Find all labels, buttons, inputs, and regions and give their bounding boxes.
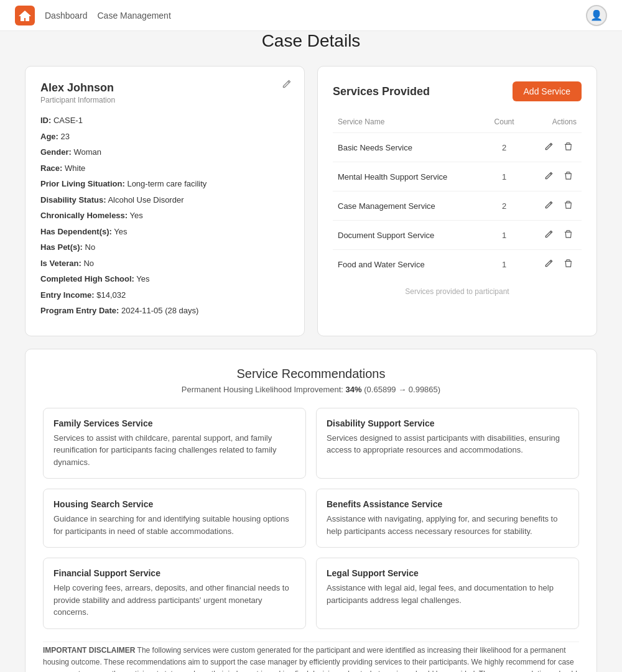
recommendation-description: Services designed to assist participants…: [327, 432, 569, 456]
svg-rect-1: [565, 144, 572, 145]
recommendation-description: Services to assist with childcare, paren…: [53, 432, 295, 469]
trash-icon: [564, 229, 573, 239]
edit-service-button[interactable]: [541, 227, 557, 243]
pencil-icon: [544, 142, 554, 151]
field-value: White: [65, 163, 85, 173]
service-name: Food and Water Service: [333, 250, 485, 279]
participant-subtitle: Participant Information: [40, 96, 289, 104]
delete-service-button[interactable]: [560, 139, 577, 155]
recommendation-item: Family Services Service Services to assi…: [43, 408, 306, 479]
svg-rect-4: [565, 232, 572, 232]
service-count: 1: [485, 162, 523, 191]
delete-service-button[interactable]: [560, 227, 577, 243]
recommendation-description: Assistance with legal aid, legal fees, a…: [327, 582, 569, 606]
recommendation-item: Disability Support Service Services desi…: [316, 408, 579, 479]
participant-field: Age: 23: [40, 131, 289, 143]
field-value: Yes: [114, 227, 127, 236]
recommendation-item: Legal Support Service Assistance with le…: [316, 558, 579, 629]
service-actions: [523, 191, 582, 221]
rec-improvement-detail: (0.65899 → 0.99865): [364, 385, 440, 394]
service-name: Basic Needs Service: [333, 133, 485, 162]
trash-icon: [564, 171, 573, 180]
field-label: Entry Income:: [40, 290, 95, 300]
page-title: Case Details: [0, 31, 622, 51]
participant-field: Entry Income: $14,032: [40, 289, 289, 301]
disclaimer: IMPORTANT DISCLAIMER The following servi…: [43, 642, 579, 673]
edit-service-button[interactable]: [541, 256, 557, 272]
participant-name: Alex Johnson: [40, 81, 289, 94]
field-label: Chronically Homeless:: [40, 211, 128, 220]
svg-rect-3: [565, 203, 572, 203]
service-actions: [523, 221, 582, 250]
recommendation-title: Legal Support Service: [327, 568, 569, 578]
recommendations-card: Service Recommendations Permanent Housin…: [25, 349, 597, 673]
delete-service-button[interactable]: [560, 256, 577, 272]
edit-service-button[interactable]: [541, 168, 557, 185]
participant-field: Has Dependent(s): Yes: [40, 226, 289, 238]
field-label: Disability Status:: [40, 195, 106, 205]
service-count: 1: [485, 250, 523, 279]
field-label: Prior Living Situation:: [40, 179, 125, 188]
recommendation-description: Help covering fees, arrears, deposits, a…: [53, 582, 295, 619]
pencil-icon: [282, 79, 292, 89]
recommendation-title: Disability Support Service: [327, 418, 569, 428]
avatar-button[interactable]: 👤: [586, 5, 607, 26]
recommendation-item: Financial Support Service Help covering …: [43, 558, 306, 629]
pencil-icon: [544, 229, 554, 239]
edit-service-button[interactable]: [541, 139, 557, 155]
field-value: Yes: [136, 274, 149, 283]
recommendation-item: Housing Search Service Guidance in searc…: [43, 489, 306, 548]
service-count: 2: [485, 191, 523, 221]
col-actions: Actions: [523, 114, 582, 133]
field-label: Gender:: [40, 147, 72, 157]
field-value: No: [83, 259, 94, 268]
nav-case-management[interactable]: Case Management: [98, 11, 171, 21]
field-label: Program Entry Date:: [40, 306, 119, 315]
participant-field: Completed High School: Yes: [40, 273, 289, 285]
pencil-icon: [544, 259, 554, 268]
delete-service-button[interactable]: [560, 168, 577, 185]
top-row: Alex Johnson Participant Information ID:…: [25, 66, 597, 336]
service-name: Mental Health Support Service: [333, 162, 485, 191]
field-value: Yes: [130, 211, 143, 220]
service-name: Document Support Service: [333, 221, 485, 250]
participant-field: Race: White: [40, 162, 289, 175]
field-label: Completed High School:: [40, 274, 134, 283]
service-count: 2: [485, 133, 523, 162]
delete-service-button[interactable]: [560, 198, 577, 214]
field-value: Long-term care facility: [127, 179, 207, 188]
field-value: CASE-1: [53, 116, 83, 125]
edit-participant-button[interactable]: [282, 79, 292, 91]
services-table: Service Name Count Actions Basic Needs S…: [333, 114, 582, 278]
recommendation-description: Assistance with navigating, applying for…: [327, 513, 569, 537]
svg-rect-5: [565, 261, 572, 262]
services-table-body: Basic Needs Service 2 Mental Health Supp…: [333, 133, 582, 279]
field-label: Race:: [40, 163, 62, 173]
field-value: Woman: [73, 147, 101, 157]
participant-field: ID: CASE-1: [40, 114, 289, 127]
field-value: Alcohol Use Disorder: [108, 195, 183, 205]
header-left: Dashboard Case Management: [15, 6, 171, 25]
add-service-button[interactable]: Add Service: [513, 81, 582, 101]
col-count: Count: [485, 114, 523, 133]
trash-icon: [564, 142, 573, 151]
nav-dashboard[interactable]: Dashboard: [45, 11, 88, 21]
rec-improvement: 34%: [346, 385, 362, 394]
participant-field: Is Veteran: No: [40, 257, 289, 270]
services-card: Services Provided Add Service Service Na…: [317, 66, 597, 336]
home-icon: [15, 6, 35, 25]
recommendation-title: Family Services Service: [53, 418, 295, 428]
edit-service-button[interactable]: [541, 198, 557, 214]
services-table-header: Service Name Count Actions: [333, 114, 582, 133]
service-actions: [523, 162, 582, 191]
recommendation-description: Guidance in searching for and identifyin…: [53, 513, 295, 537]
services-footer: Services provided to participant: [333, 278, 582, 296]
disclaimer-label: IMPORTANT DISCLAIMER: [43, 646, 135, 655]
pencil-icon: [544, 171, 554, 180]
pencil-icon: [544, 200, 554, 209]
participant-field: Disability Status: Alcohol Use Disorder: [40, 194, 289, 206]
trash-icon: [564, 200, 573, 209]
service-count: 1: [485, 221, 523, 250]
field-label: Age:: [40, 132, 58, 141]
field-value: No: [85, 242, 96, 252]
